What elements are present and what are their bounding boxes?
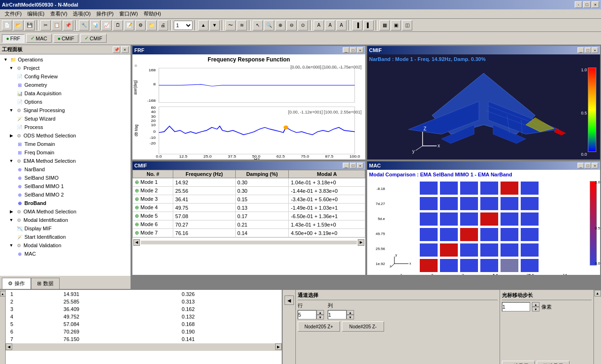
cmif-bottom-minimize[interactable]: _	[343, 163, 349, 168]
oma-expand[interactable]: ▶	[8, 209, 14, 214]
modalval-expand[interactable]: ▼	[8, 243, 14, 248]
tree-item-setup[interactable]: 🪄 Setup Wizard	[1, 114, 130, 123]
cmif-top-minimize[interactable]: _	[578, 47, 584, 53]
cmif-scroll-left[interactable]: ◀	[133, 239, 140, 246]
tab-operations[interactable]: ⚙ 操作	[2, 278, 31, 289]
tb-save[interactable]: 💾	[24, 20, 35, 30]
data-scroll-track[interactable]	[13, 344, 275, 349]
combo-select[interactable]: 1	[174, 21, 193, 30]
menu-edit[interactable]: 编辑(E)	[24, 9, 47, 18]
scroll-up-btn[interactable]: ▲	[0, 291, 6, 296]
tb-a3[interactable]: A	[336, 20, 347, 30]
tree-item-ema[interactable]: ▼ ⚙ EMA Method Selection	[1, 157, 130, 165]
tb-c3[interactable]: ◫	[402, 20, 412, 30]
tree-item-selmimo2[interactable]: ⊕ SelBand MIMO 2	[1, 190, 130, 199]
cmif-top-close[interactable]: ×	[592, 47, 598, 53]
tree-item-selmimo1[interactable]: ⊕ SelBand MIMO 1	[1, 182, 130, 190]
close-button[interactable]: ×	[592, 1, 599, 8]
menu-options[interactable]: 选项(O)	[70, 9, 93, 18]
tb-wave[interactable]: 〜	[225, 20, 236, 30]
tb-zoom-in2[interactable]: ⊕	[275, 20, 285, 30]
panel-pin[interactable]: 📌	[113, 46, 120, 53]
tb-b1[interactable]: ▐	[352, 20, 362, 30]
tree-item-options[interactable]: 📄 Options	[1, 98, 130, 106]
tb-a1[interactable]: A	[314, 20, 324, 30]
tb-cut[interactable]: ✂	[40, 20, 51, 30]
menu-view[interactable]: 查看(V)	[47, 9, 70, 18]
minimize-button[interactable]: -	[575, 1, 582, 8]
tb-c1[interactable]: ▦	[379, 20, 390, 30]
tree-item-config[interactable]: 📄 Config Review	[1, 72, 130, 81]
mac-minimize[interactable]: _	[578, 163, 584, 168]
tab-cmif2[interactable]: ✓ CMIF	[80, 34, 107, 43]
tab-frf[interactable]: ● FRF	[2, 34, 24, 43]
tb-zoom-in[interactable]: 🔍	[264, 20, 274, 30]
tb-btn7[interactable]: 📝	[124, 20, 134, 30]
step-up[interactable]: ▲	[532, 302, 539, 307]
tb-zoom-out[interactable]: ⊖	[286, 20, 297, 30]
frf-minimize[interactable]: _	[343, 47, 349, 53]
tb-btn4[interactable]: 📊	[90, 20, 100, 30]
maximize-button[interactable]: □	[583, 1, 591, 8]
right-scroll-track[interactable]	[595, 296, 601, 364]
data-scroll-left[interactable]: ◀	[6, 343, 12, 350]
panel-close[interactable]: ×	[121, 46, 129, 53]
tb-copy[interactable]: 📋	[52, 20, 62, 30]
tree-item-modalval[interactable]: ▼ ⚙ Modal Validation	[1, 241, 130, 250]
tree-item-ods[interactable]: ▶ ⚙ ODS Method Selection	[1, 131, 130, 140]
mac-maximize[interactable]: □	[585, 163, 591, 168]
tree-item-project[interactable]: ▼ ⚙ Project	[1, 64, 130, 72]
cmif-top-maximize[interactable]: □	[585, 47, 591, 53]
ods-expand[interactable]: ▶	[8, 133, 14, 138]
cmif-bottom-close[interactable]: ×	[357, 163, 363, 168]
mac-close[interactable]: ×	[592, 163, 598, 168]
tb-btn6[interactable]: 🗒	[113, 20, 123, 30]
ema-expand[interactable]: ▼	[8, 158, 14, 164]
tree-item-freqdomain[interactable]: ⊞ Freq Domain	[1, 148, 130, 157]
tab-cmif1[interactable]: ● CMIF	[54, 34, 79, 43]
tb-open[interactable]: 📂	[13, 20, 23, 30]
tree-item-startid[interactable]: 🪄 Start Identification	[1, 233, 130, 241]
col-input[interactable]	[328, 310, 347, 319]
tree-item-dataacq[interactable]: 📊 Data Acquisition	[1, 89, 130, 98]
menu-window[interactable]: 窗口(W)	[116, 9, 141, 18]
tree-item-operations[interactable]: ▼ 📁 Operations	[1, 55, 130, 64]
tree-item-geometry[interactable]: ⊞ Geometry	[1, 81, 130, 89]
cmif-scroll-track[interactable]	[141, 241, 357, 244]
row-up[interactable]: ▲	[316, 310, 324, 315]
data-scroll-right[interactable]: ▶	[275, 343, 282, 350]
col-down[interactable]: ▼	[347, 315, 354, 319]
tree-item-signal[interactable]: ▼ ⚙ Signal Processing	[1, 106, 130, 114]
tree-item-modalid[interactable]: ▼ ⚙ Modal Identification	[1, 216, 130, 224]
tb-paste[interactable]: 📌	[63, 20, 73, 30]
tb-new[interactable]: 📄	[2, 20, 12, 30]
tb-wave2[interactable]: ≋	[237, 20, 247, 30]
row-down[interactable]: ▼	[316, 315, 324, 319]
display-3d[interactable]: 三维显示	[537, 361, 570, 364]
tree-item-mac[interactable]: ⊕ MAC	[1, 250, 130, 258]
col-up[interactable]: ▲	[347, 310, 354, 315]
frf-close[interactable]: ×	[357, 47, 363, 53]
row-input[interactable]	[298, 310, 316, 319]
tb-btn3[interactable]: 🔧	[79, 20, 89, 30]
step-down[interactable]: ▼	[532, 307, 539, 311]
tb-btn10[interactable]: 🖨	[158, 20, 168, 30]
step-input[interactable]	[502, 302, 530, 311]
display-2d[interactable]: 二维显示	[502, 361, 535, 364]
tb-down[interactable]: ▼	[209, 20, 220, 30]
tb-c2[interactable]: ▣	[391, 20, 401, 30]
tab-data[interactable]: ⊞ 数据	[31, 278, 60, 289]
tb-zoom-full[interactable]: ⊙	[298, 20, 308, 30]
operations-expand[interactable]: ▼	[3, 57, 8, 62]
menu-operations[interactable]: 操作(P)	[93, 9, 116, 18]
tree-item-displaymif[interactable]: 📉 Display MIF	[1, 224, 130, 233]
tab-mac[interactable]: ✓ MAC	[26, 34, 51, 43]
tree-item-narband[interactable]: ⊕ NarBand	[1, 165, 130, 174]
cmif-scroll-right[interactable]: ▶	[358, 239, 364, 246]
tree-item-timedomain[interactable]: ⊞ Time Domain	[1, 140, 130, 148]
cmif-bottom-maximize[interactable]: □	[350, 163, 356, 168]
frf-maximize[interactable]: □	[350, 47, 356, 53]
modalid-expand[interactable]: ▼	[8, 217, 14, 223]
menu-help[interactable]: 帮助(H)	[141, 9, 164, 18]
tree-item-process[interactable]: 📄 Process	[1, 123, 130, 131]
